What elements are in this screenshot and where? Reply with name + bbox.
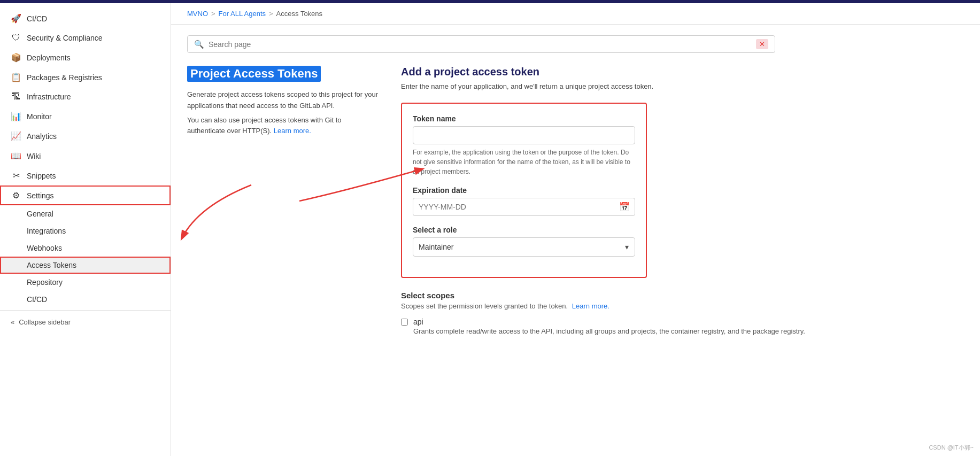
token-name-group: Token name For example, the application … [413, 114, 635, 176]
sidebar-item-packages[interactable]: 📋 Packages & Registries [0, 67, 171, 87]
sidebar-item-snippets[interactable]: ✂ Snippets [0, 166, 171, 186]
collapse-icon: « [11, 318, 14, 326]
sidebar-item-label: Deployments [27, 53, 71, 62]
breadcrumb-sep-1: > [211, 10, 215, 18]
role-select[interactable]: Guest Reporter Developer Maintainer Owne… [413, 237, 635, 257]
expiration-input[interactable] [413, 198, 635, 216]
collapse-sidebar-button[interactable]: « Collapse sidebar [0, 313, 171, 331]
security-icon: 🛡 [11, 33, 21, 43]
sidebar-item-label: Infrastructure [27, 92, 71, 101]
search-input[interactable] [209, 40, 752, 49]
sidebar-item-label: Security & Compliance [27, 34, 103, 42]
scope-api-name: api [413, 318, 805, 326]
sidebar-item-label: CI/CD [27, 14, 47, 23]
scopes-section: Select scopes Scopes set the permission … [401, 291, 964, 337]
desc-line-1: Generate project access tokens scoped to… [187, 89, 380, 112]
search-bar: 🔍 ✕ [187, 35, 775, 53]
sidebar-sub-general[interactable]: General [0, 205, 171, 222]
sidebar-sub-label: CI/CD [27, 295, 47, 304]
sidebar-item-label: Analytics [27, 132, 57, 141]
cicd-icon: 🚀 [11, 13, 21, 24]
wiki-icon: 📖 [11, 151, 21, 161]
breadcrumb-mvno[interactable]: MVNO [187, 10, 208, 18]
two-column-layout: Project Access Tokens Generate project a… [187, 66, 964, 341]
sidebar-sub-label: General [27, 210, 53, 218]
sidebar-item-label: Settings [27, 191, 54, 200]
right-column: Add a project access token Enter the nam… [401, 66, 964, 341]
breadcrumb-sep-2: > [269, 10, 273, 18]
packages-icon: 📋 [11, 72, 21, 82]
token-name-input[interactable] [413, 126, 635, 144]
scope-api-description: Grants complete read/write access to the… [413, 326, 805, 337]
sidebar-item-analytics[interactable]: 📈 Analytics [0, 126, 171, 146]
deployments-icon: 📦 [11, 52, 21, 63]
breadcrumb: MVNO > For ALL Agents > Access Tokens [171, 3, 980, 25]
scopes-desc-text: Scopes set the permission levels granted… [401, 302, 568, 310]
sidebar-sub-cicd[interactable]: CI/CD [0, 291, 171, 308]
add-token-desc: Enter the name of your application, and … [401, 81, 964, 92]
sidebar-item-label: Packages & Registries [27, 73, 102, 82]
page-description: Generate project access tokens scoped to… [187, 89, 380, 137]
monitor-icon: 📊 [11, 111, 21, 121]
date-input-wrap: 📅 [413, 198, 635, 216]
sidebar: 🚀 CI/CD 🛡 Security & Compliance 📦 Deploy… [0, 3, 171, 456]
sidebar-item-security[interactable]: 🛡 Security & Compliance [0, 28, 171, 48]
expiration-date-group: Expiration date 📅 [413, 186, 635, 216]
sidebar-item-label: Monitor [27, 112, 52, 121]
search-close-button[interactable]: ✕ [756, 39, 768, 49]
scope-api-info: api Grants complete read/write access to… [413, 318, 805, 337]
learn-more-link-1[interactable]: Learn more. [274, 127, 311, 135]
infrastructure-icon: 🏗 [11, 92, 21, 102]
sidebar-item-label: Snippets [27, 172, 56, 180]
sidebar-sub-label: Access Tokens [27, 261, 76, 269]
role-label: Select a role [413, 226, 635, 234]
sidebar-sub-access-tokens[interactable]: Access Tokens [0, 257, 171, 274]
scope-api-item: api Grants complete read/write access to… [401, 318, 964, 337]
search-icon: 🔍 [194, 40, 204, 49]
role-group: Select a role Guest Reporter Developer M… [413, 226, 635, 257]
sidebar-item-label: Wiki [27, 152, 41, 160]
role-select-wrap: Guest Reporter Developer Maintainer Owne… [413, 237, 635, 257]
content-area: 🔍 ✕ Project Access Tokens Generate proje… [171, 25, 980, 351]
sidebar-item-settings[interactable]: ⚙ Settings [0, 186, 171, 205]
main-content: MVNO > For ALL Agents > Access Tokens 🔍 … [171, 3, 980, 456]
add-token-title: Add a project access token [401, 66, 964, 78]
expiration-label: Expiration date [413, 186, 635, 195]
analytics-icon: 📈 [11, 131, 21, 141]
arrow-settings [171, 180, 262, 244]
sidebar-sub-label: Integrations [27, 227, 66, 235]
scopes-title: Select scopes [401, 291, 964, 300]
token-form-panel: Token name For example, the application … [401, 103, 647, 278]
sidebar-item-cicd[interactable]: 🚀 CI/CD [0, 9, 171, 28]
sidebar-divider [0, 310, 171, 311]
sidebar-item-monitor[interactable]: 📊 Monitor [0, 106, 171, 126]
sidebar-item-wiki[interactable]: 📖 Wiki [0, 146, 171, 166]
sidebar-sub-label: Repository [27, 278, 63, 287]
left-column: Project Access Tokens Generate project a… [187, 66, 380, 341]
page-title: Project Access Tokens [187, 66, 321, 82]
token-name-label: Token name [413, 114, 635, 123]
sidebar-sub-label: Webhooks [27, 244, 62, 252]
sidebar-item-deployments[interactable]: 📦 Deployments [0, 48, 171, 67]
scope-api-checkbox[interactable] [401, 319, 408, 326]
scopes-learn-more-link[interactable]: Learn more. [572, 302, 609, 310]
top-bar [0, 0, 980, 3]
sidebar-sub-webhooks[interactable]: Webhooks [0, 239, 171, 257]
breadcrumb-for-all-agents[interactable]: For ALL Agents [219, 10, 266, 18]
token-name-hint: For example, the application using the t… [413, 148, 635, 176]
collapse-label: Collapse sidebar [19, 318, 71, 326]
desc-line-2: You can also use project access tokens w… [187, 115, 380, 137]
sidebar-sub-integrations[interactable]: Integrations [0, 222, 171, 239]
scopes-desc: Scopes set the permission levels granted… [401, 302, 964, 310]
watermark: CSDN @IT小郭~ [929, 444, 974, 452]
breadcrumb-access-tokens: Access Tokens [276, 10, 322, 18]
settings-icon: ⚙ [11, 190, 21, 200]
sidebar-sub-repository[interactable]: Repository [0, 274, 171, 291]
sidebar-item-infrastructure[interactable]: 🏗 Infrastructure [0, 87, 171, 106]
snippets-icon: ✂ [11, 171, 21, 181]
